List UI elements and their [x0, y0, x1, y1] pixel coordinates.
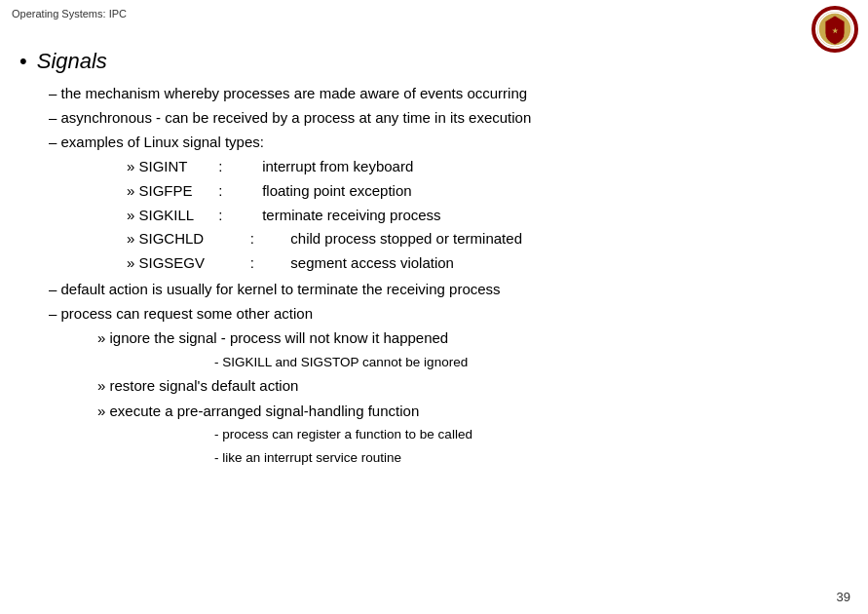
- sig-sigfpe-colon: :: [214, 179, 234, 204]
- line-process-note2-text: - like an interrupt service routine: [214, 447, 401, 469]
- sig-sigchld-desc: : child process stopped or terminated: [234, 227, 530, 251]
- sig-sigfpe-name: » SIGFPE: [127, 179, 214, 204]
- bullet-title: • Signals: [19, 49, 858, 74]
- header-title: Operating Systems: IPC: [12, 8, 127, 19]
- slide-header: Operating Systems: IPC: [12, 8, 127, 19]
- logo-svg: ★: [817, 12, 852, 47]
- table-row: » SIGINT : interrupt from keyboard: [127, 155, 530, 179]
- line-mechanism: – the mechanism whereby processes are ma…: [49, 82, 858, 105]
- indent-level-3: - SIGKILL and SIGSTOP cannot be ignored: [214, 352, 858, 373]
- line-request: – process can request some other action: [49, 302, 858, 326]
- line-execute: » execute a pre-arranged signal-handling…: [97, 400, 858, 424]
- table-row: » SIGCHLD : child process stopped or ter…: [127, 227, 530, 251]
- line-examples: – examples of Linux signal types:: [49, 131, 858, 154]
- table-row: » SIGSEGV : segment access violation: [127, 251, 530, 276]
- line-default-action: – default action is usually for kernel t…: [49, 278, 858, 301]
- indent-level-1: – the mechanism whereby processes are ma…: [49, 82, 858, 326]
- slide-content: • Signals – the mechanism whereby proces…: [19, 49, 858, 470]
- page-number-text: 39: [837, 590, 850, 604]
- sig-sigchld-name: » SIGCHLD: [127, 227, 214, 251]
- line-restore-text: » restore signal's default action: [97, 374, 298, 399]
- line-sigkill-note-text: - SIGKILL and SIGSTOP cannot be ignored: [214, 352, 468, 373]
- line-process-note1-text: - process can register a function to be …: [214, 424, 472, 445]
- line-async: – asynchronous - can be received by a pr…: [49, 106, 858, 130]
- sig-sigint-desc: interrupt from keyboard: [234, 155, 530, 179]
- sig-sigsegv-name: » SIGSEGV: [127, 251, 214, 276]
- sig-sigkill-desc: terminate receiving process: [234, 204, 530, 228]
- line-restore: » restore signal's default action: [97, 374, 858, 399]
- sig-sigint-name: » SIGINT: [127, 155, 214, 179]
- line-request-text: – process can request some other action: [49, 302, 313, 326]
- sig-sigchld-colon: [214, 227, 234, 251]
- title-text: Signals: [37, 49, 107, 74]
- sig-sigkill-colon: :: [214, 204, 234, 228]
- line-ignore: » ignore the signal - process will not k…: [97, 326, 858, 351]
- line-default-action-text: – default action is usually for kernel t…: [49, 278, 501, 301]
- indent-level-2: » ignore the signal - process will not k…: [97, 326, 858, 469]
- line-mechanism-text: – the mechanism whereby processes are ma…: [49, 82, 527, 105]
- sig-sigsegv-colon: [214, 251, 234, 276]
- line-process-note1: - process can register a function to be …: [214, 424, 858, 445]
- line-examples-text: – examples of Linux signal types:: [49, 131, 264, 154]
- logo-emblem: ★: [815, 10, 854, 49]
- line-async-text: – asynchronous - can be received by a pr…: [49, 106, 531, 130]
- indent-level-3b: - process can register a function to be …: [214, 424, 858, 469]
- signals-table: » SIGINT : interrupt from keyboard » SIG…: [127, 155, 530, 276]
- university-logo: ★: [811, 6, 858, 53]
- line-sigkill-note: - SIGKILL and SIGSTOP cannot be ignored: [214, 352, 858, 373]
- table-row: » SIGKILL : terminate receiving process: [127, 204, 530, 228]
- page-number: 39: [837, 590, 850, 604]
- bullet-dot: •: [19, 49, 27, 74]
- table-row: » SIGFPE : floating point exception: [127, 179, 530, 204]
- sig-sigint-colon: :: [214, 155, 234, 179]
- line-process-note2: - like an interrupt service routine: [214, 447, 858, 469]
- sig-sigfpe-desc: floating point exception: [234, 179, 530, 204]
- sig-sigsegv-desc: : segment access violation: [234, 251, 530, 276]
- line-execute-text: » execute a pre-arranged signal-handling…: [97, 400, 419, 424]
- sig-sigkill-name: » SIGKILL: [127, 204, 214, 228]
- svg-text:★: ★: [832, 27, 839, 34]
- line-ignore-text: » ignore the signal - process will not k…: [97, 326, 448, 351]
